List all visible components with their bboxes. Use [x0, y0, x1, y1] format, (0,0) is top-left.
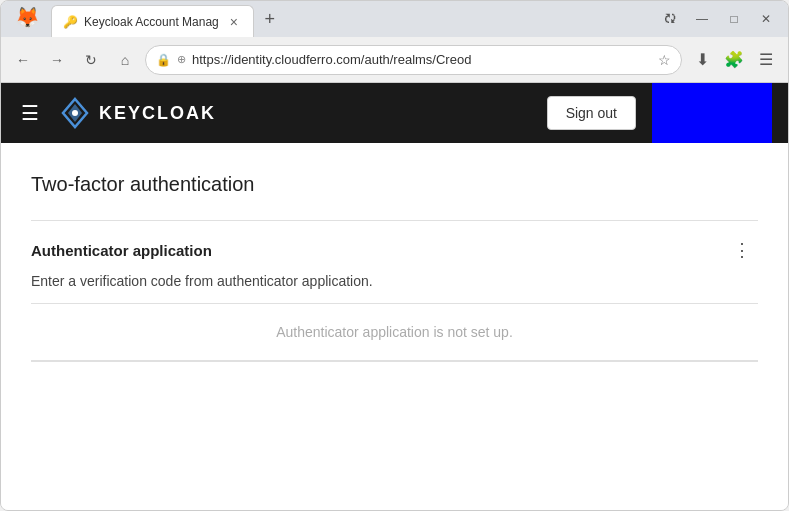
- close-window-button[interactable]: ✕: [752, 5, 780, 33]
- firefox-icon: 🦊: [9, 0, 45, 35]
- section-bottom: [31, 360, 758, 361]
- authenticator-section: Authenticator application ⋮ Enter a veri…: [31, 220, 758, 362]
- tab-label: Keycloak Account Manag: [84, 15, 219, 29]
- keycloak-logo: KEYCLOAK: [59, 97, 216, 129]
- address-input[interactable]: 🔒 ⊕ https://identity.cloudferro.com/auth…: [145, 45, 682, 75]
- svg-point-2: [72, 110, 78, 116]
- address-text: https://identity.cloudferro.com/auth/rea…: [192, 52, 652, 67]
- section-header: Authenticator application ⋮: [31, 221, 758, 273]
- tab-close-button[interactable]: ×: [225, 13, 243, 31]
- active-tab[interactable]: 🔑 Keycloak Account Manag ×: [51, 5, 254, 37]
- downloads-button[interactable]: ⬇: [688, 46, 716, 74]
- security-icon: 🔒: [156, 53, 171, 67]
- section-empty-message: Authenticator application is not set up.: [31, 304, 758, 360]
- minimize-button[interactable]: —: [688, 5, 716, 33]
- section-description: Enter a verification code from authentic…: [31, 273, 758, 303]
- site-info-icon: ⊕: [177, 53, 186, 66]
- toolbar-right: ⬇ 🧩 ☰: [688, 46, 780, 74]
- forward-button[interactable]: →: [43, 46, 71, 74]
- browser-window: 🦊 🔑 Keycloak Account Manag × + 🗘 — □ ✕ ←…: [0, 0, 789, 511]
- user-area[interactable]: [652, 83, 772, 143]
- hamburger-menu-icon[interactable]: ☰: [17, 97, 43, 129]
- tab-bar: 🦊 🔑 Keycloak Account Manag × + 🗘 — □ ✕: [1, 1, 788, 37]
- page-title: Two-factor authentication: [31, 173, 758, 196]
- address-bar: ← → ↻ ⌂ 🔒 ⊕ https://identity.cloudferro.…: [1, 37, 788, 83]
- maximize-button[interactable]: □: [720, 5, 748, 33]
- tab-controls: 🗘 — □ ✕: [656, 5, 780, 33]
- sign-out-button[interactable]: Sign out: [547, 96, 636, 130]
- new-tab-button[interactable]: +: [256, 5, 284, 33]
- section-menu-icon[interactable]: ⋮: [727, 235, 758, 265]
- keycloak-logo-text: KEYCLOAK: [99, 103, 216, 124]
- page-content: Two-factor authentication Authenticator …: [1, 143, 788, 510]
- menu-button[interactable]: ☰: [752, 46, 780, 74]
- back-button[interactable]: ←: [9, 46, 37, 74]
- keycloak-navbar: ☰ KEYCLOAK Sign out: [1, 83, 788, 143]
- reload-button[interactable]: ↻: [77, 46, 105, 74]
- extensions-button[interactable]: 🧩: [720, 46, 748, 74]
- section-title: Authenticator application: [31, 242, 212, 259]
- bookmark-star-icon[interactable]: ☆: [658, 52, 671, 68]
- tab-list-button[interactable]: 🗘: [656, 5, 684, 33]
- tab-favicon: 🔑: [62, 14, 78, 30]
- keycloak-logo-icon: [59, 97, 91, 129]
- home-button[interactable]: ⌂: [111, 46, 139, 74]
